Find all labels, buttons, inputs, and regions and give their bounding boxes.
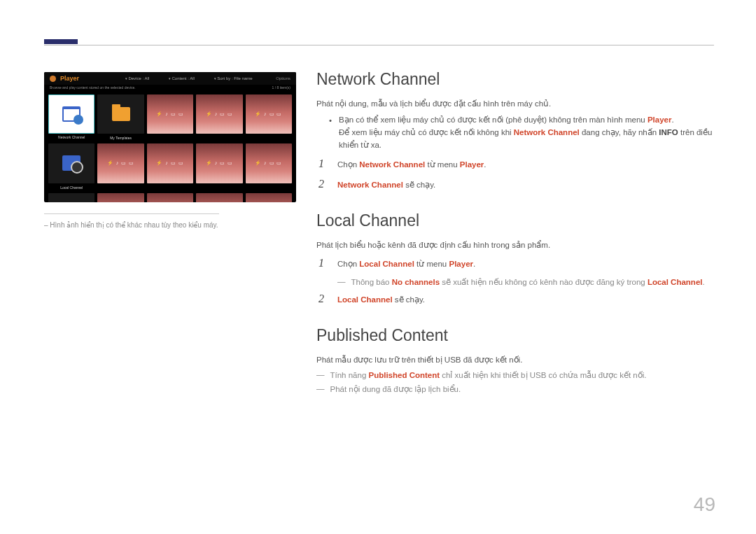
screenshot-grid: Network Channel My Templates ⚡ ♪ ▭ ▭ ⚡ ♪… <box>44 92 296 202</box>
bullet-item: • Bạn có thể xem liệu máy chủ có được kế… <box>329 114 714 151</box>
bullet-dot-icon: • <box>329 114 332 151</box>
keyword-info: INFO <box>659 128 678 136</box>
step-text: Chọn Local Channel từ menu Player. <box>337 258 475 270</box>
keyword-no-channels: No channels <box>392 278 440 286</box>
screenshot-counter: 1 / 8 item(s) <box>272 85 290 90</box>
media-glyphs-icon: ⚡ ♪ ▭ ▭ <box>206 160 233 166</box>
screenshot-header: Player Device : All Content : All Sort b… <box>44 72 296 85</box>
screenshot-title: Player <box>60 75 79 82</box>
step-text: Network Channel sẽ chạy. <box>337 178 435 191</box>
step-1: 1 Chọn Network Channel từ menu Player. <box>316 157 714 171</box>
step-number: 2 <box>316 178 326 190</box>
keyword-player: Player <box>648 115 672 124</box>
heading-network-channel: Network Channel <box>316 70 714 89</box>
tile-generic: ⚡ ♪ ▭ ▭ <box>196 143 242 183</box>
tile-generic: ⚡ ♪ ▭ ▭ <box>147 94 193 134</box>
tile-generic: ⚡ ♪ ▭ ▭ <box>97 193 144 202</box>
tile-label: Network Channel <box>49 135 94 139</box>
media-glyphs-icon: ⚡ ♪ ▭ ▭ <box>255 111 282 117</box>
step-number: 2 <box>316 293 326 305</box>
keyword-local-channel: Local Channel <box>337 295 393 304</box>
keyword-published-content: Published Content <box>368 371 440 379</box>
note-line: ― Phát nội dung đã được lập lịch biểu. <box>316 384 714 394</box>
image-caption: – Hình ảnh hiển thị có thể khác nhau tùy… <box>44 221 296 229</box>
right-column: Network Channel Phát nội dung, mẫu và lị… <box>316 70 714 414</box>
tile-generic: ⚡ ♪ ▭ ▭ <box>246 94 292 134</box>
folder-icon <box>112 107 130 121</box>
menu-device: Device : All <box>125 76 149 80</box>
media-glyphs-icon: ⚡ ♪ ▭ ▭ <box>255 160 282 166</box>
tile-generic: ⚡ ♪ ▭ ▭ <box>147 193 193 202</box>
keyword-local-channel: Local Channel <box>359 260 414 268</box>
tile-generic: ⚡ ♪ ▭ ▭ <box>147 143 193 183</box>
tile-label: My Templates <box>97 136 144 140</box>
step-2: 2 Local Channel sẽ chạy. <box>316 293 714 306</box>
tile-local-channel: Local Channel <box>48 143 94 183</box>
note-text: Phát nội dung đã được lập lịch biểu. <box>330 384 461 394</box>
left-column: Player Device : All Content : All Sort b… <box>44 72 296 229</box>
tile-generic: ⚡ ♪ ▭ ▭ <box>196 94 242 134</box>
keyword-network-channel: Network Channel <box>337 181 403 189</box>
calendar-clock-icon <box>62 155 80 171</box>
menu-options: Options <box>276 76 290 80</box>
media-glyphs-icon: ⚡ ♪ ▭ ▭ <box>156 111 183 117</box>
header-rule <box>44 45 714 45</box>
keyword-network-channel: Network Channel <box>514 128 580 136</box>
media-glyphs-icon: ⚡ ♪ ▭ ▭ <box>107 160 134 166</box>
note-text: Tính năng Published Content chỉ xuất hiệ… <box>330 370 647 380</box>
tile-generic: ⚡ ♪ ▭ ▭ <box>246 193 292 202</box>
tile-label: Local Channel <box>48 185 94 190</box>
tile-generic: ⚡ ♪ ▭ ▭ <box>196 193 242 202</box>
keyword-player: Player <box>449 260 473 268</box>
screenshot-subtitle: Browse and play content stored on the se… <box>50 85 136 90</box>
player-logo-icon <box>50 76 56 82</box>
screenshot-menu: Device : All Content : All Sort by : Fil… <box>125 76 253 80</box>
menu-sort: Sort by : File name <box>214 76 253 80</box>
media-glyphs-icon: ⚡ ♪ ▭ ▭ <box>156 160 183 166</box>
heading-published-content: Published Content <box>316 326 714 345</box>
note-dash-icon: ― <box>316 384 325 394</box>
section-published-content: Published Content Phát mẫu được lưu trữ … <box>316 326 714 394</box>
step-1: 1 Chọn Local Channel từ menu Player. <box>316 257 714 270</box>
tile-generic: ⚡ ♪ ▭ ▭ <box>97 143 144 183</box>
note-line: ― Thông báo No channels sẽ xuất hiện nếu… <box>337 277 714 287</box>
note-text: Thông báo No channels sẽ xuất hiện nếu k… <box>351 277 705 287</box>
tile-published-content: Published Content <box>48 193 94 202</box>
keyword-local-channel: Local Channel <box>648 278 703 286</box>
caption-text: Hình ảnh hiển thị có thể khác nhau tùy t… <box>50 221 218 229</box>
menu-content: Content : All <box>169 76 195 80</box>
player-screenshot: Player Device : All Content : All Sort b… <box>44 72 296 202</box>
step-number: 1 <box>316 257 326 269</box>
caption-divider <box>44 213 219 214</box>
steps-list: 1 Chọn Local Channel từ menu Player. ― T… <box>316 257 714 307</box>
section-local-channel: Local Channel Phát lịch biểu hoặc kênh đ… <box>316 211 714 307</box>
note-dash-icon: ― <box>316 370 325 380</box>
step-text: Chọn Network Channel từ menu Player. <box>337 158 486 171</box>
bullet-text: Bạn có thể xem liệu máy chủ có được kết … <box>339 114 714 151</box>
tile-network-channel: Network Channel <box>48 94 94 134</box>
intro-text: Phát lịch biểu hoặc kênh đã được định cấ… <box>316 239 714 251</box>
step-2: 2 Network Channel sẽ chạy. <box>316 178 714 191</box>
note-dash-icon: ― <box>337 277 346 287</box>
step-number: 1 <box>316 157 326 170</box>
header-accent-bar <box>44 39 78 44</box>
section-network-channel: Network Channel Phát nội dung, mẫu và lị… <box>316 70 714 192</box>
media-glyphs-icon: ⚡ ♪ ▭ ▭ <box>206 111 233 117</box>
steps-list: 1 Chọn Network Channel từ menu Player. 2… <box>316 157 714 192</box>
keyword-player: Player <box>460 160 484 169</box>
heading-local-channel: Local Channel <box>316 211 714 230</box>
note-line: ― Tính năng Published Content chỉ xuất h… <box>316 370 714 380</box>
tile-generic: ⚡ ♪ ▭ ▭ <box>246 143 292 183</box>
intro-text: Phát mẫu được lưu trữ trên thiết bị USB … <box>316 353 714 366</box>
keyword-network-channel: Network Channel <box>359 160 425 169</box>
tile-my-templates: My Templates <box>97 94 144 134</box>
calendar-globe-icon <box>62 106 80 122</box>
step-text: Local Channel sẽ chạy. <box>337 293 425 306</box>
intro-text: Phát nội dung, mẫu và lịch biểu được đặt… <box>316 97 714 110</box>
page-number: 49 <box>694 493 715 516</box>
screenshot-subheader: Browse and play content stored on the se… <box>44 85 296 92</box>
